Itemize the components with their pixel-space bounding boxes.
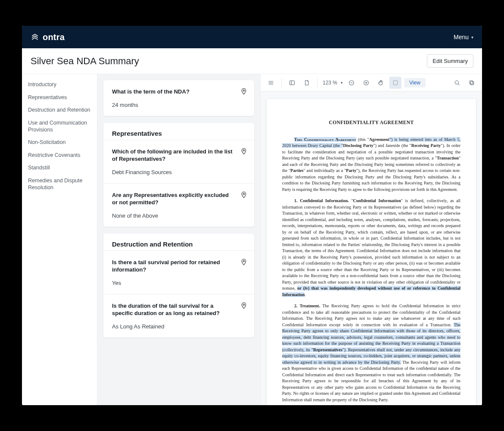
sidebar-item-remedies[interactable]: Remedies and Dispute Resolution <box>22 175 97 194</box>
edit-summary-button[interactable]: Edit Summary <box>427 54 473 68</box>
question: Is the duration of the tail survival for… <box>112 302 246 317</box>
view-button[interactable]: View <box>404 78 426 87</box>
svg-rect-10 <box>470 81 473 84</box>
qa-item: Is the duration of the tail survival for… <box>103 294 254 337</box>
doc-paragraph: This Confidentiality Agreement (this "Ag… <box>282 137 460 193</box>
sidebar-item-representatives[interactable]: Representatives <box>22 91 97 104</box>
zoom-level[interactable]: 123 % <box>322 80 338 86</box>
question: Which of the following are included in t… <box>112 148 246 163</box>
sidebar-item-restrictive-covenants[interactable]: Restrictive Covenants <box>22 149 97 162</box>
copy-icon[interactable] <box>466 77 478 89</box>
svg-rect-8 <box>393 81 397 84</box>
page-title: Silver Sea NDA Summary <box>31 56 139 67</box>
answer: Yes <box>112 280 246 286</box>
document-page: CONFIDENTIALITY AGREEMENT This Confident… <box>267 99 476 405</box>
hamburger-icon[interactable] <box>265 77 277 89</box>
top-bar: ontra Menu ▾ <box>22 26 482 48</box>
sidebar-item-destruction[interactable]: Destruction and Retention <box>22 104 97 117</box>
hand-pan-icon[interactable] <box>375 77 387 89</box>
question: Is there a tail survival period for reta… <box>112 259 246 274</box>
title-bar: Silver Sea NDA Summary Edit Summary <box>22 48 482 74</box>
document-scroll[interactable]: CONFIDENTIALITY AGREEMENT This Confident… <box>261 91 482 405</box>
doc-paragraph: 2. Treatment. The Receiving Party agrees… <box>282 303 460 403</box>
location-pin-icon[interactable] <box>240 259 247 265</box>
answer: 24 months <box>112 102 246 108</box>
qa-item: Is there a tail survival period for reta… <box>103 250 254 294</box>
separator <box>317 78 317 87</box>
doc-paragraph: 1. Confidential Information. "Confidenti… <box>282 198 460 298</box>
svg-point-0 <box>243 90 244 91</box>
svg-point-9 <box>455 81 458 84</box>
sidebar-item-use-communication[interactable]: Use and Communication Provisions <box>22 117 97 136</box>
svg-point-3 <box>243 260 244 262</box>
card-introductory: What is the term of the NDA? 24 months <box>103 80 254 116</box>
sidebar-item-standstill[interactable]: Standstill <box>22 162 97 175</box>
brand-name: ontra <box>43 32 65 42</box>
sidebar-item-introductory[interactable]: Introductory <box>22 78 97 91</box>
qa-item: What is the term of the NDA? 24 months <box>103 80 254 116</box>
summary-panel: What is the term of the NDA? 24 months R… <box>97 74 260 405</box>
svg-point-4 <box>243 304 244 305</box>
chevron-down-icon[interactable]: ▾ <box>341 81 343 85</box>
location-pin-icon[interactable] <box>240 191 247 198</box>
selection-icon[interactable] <box>389 77 401 89</box>
page-icon[interactable] <box>301 77 313 89</box>
separator <box>281 78 282 87</box>
sidebar-item-non-solicitation[interactable]: Non-Solicitation <box>22 136 97 149</box>
location-pin-icon[interactable] <box>240 88 247 95</box>
brand-logo-icon <box>31 33 39 41</box>
main-area: Introductory Representatives Destruction… <box>22 74 482 405</box>
sidebar: Introductory Representatives Destruction… <box>22 74 97 405</box>
svg-point-2 <box>243 193 244 194</box>
svg-rect-11 <box>470 81 473 84</box>
location-pin-icon[interactable] <box>240 148 247 155</box>
sidebar-toggle-icon[interactable] <box>286 77 298 89</box>
pdf-toolbar: 123 % ▾ View <box>261 74 482 91</box>
svg-point-1 <box>243 150 244 151</box>
document-viewer: 123 % ▾ View CONFIDENTIALITY AGREEMENT T… <box>260 74 482 405</box>
svg-rect-5 <box>290 81 295 84</box>
card-destruction: Destruction and Retention Is there a tai… <box>103 234 254 337</box>
menu-dropdown[interactable]: Menu ▾ <box>454 34 473 41</box>
answer: None of the Above <box>112 212 246 219</box>
answer: As Long As Retained <box>112 323 246 330</box>
zoom-out-icon[interactable] <box>345 77 358 89</box>
card-representatives: Representatives Which of the following a… <box>103 123 254 227</box>
card-heading: Destruction and Retention <box>103 234 254 250</box>
question: Are any Representatives explicitly exclu… <box>112 191 246 206</box>
zoom-in-icon[interactable] <box>360 77 372 89</box>
caret-down-icon: ▾ <box>471 35 473 40</box>
brand: ontra <box>31 32 65 42</box>
location-pin-icon[interactable] <box>240 302 247 309</box>
answer: Debt Financing Sources <box>112 169 246 175</box>
menu-label: Menu <box>454 34 469 41</box>
document-title: CONFIDENTIALITY AGREEMENT <box>282 119 460 126</box>
question: What is the term of the NDA? <box>112 88 246 96</box>
qa-item: Are any Representatives explicitly exclu… <box>103 183 254 227</box>
app-frame: ontra Menu ▾ Silver Sea NDA Summary Edit… <box>22 26 482 405</box>
qa-item: Which of the following are included in t… <box>103 140 254 183</box>
card-heading: Representatives <box>103 123 254 140</box>
search-icon[interactable] <box>451 77 463 89</box>
